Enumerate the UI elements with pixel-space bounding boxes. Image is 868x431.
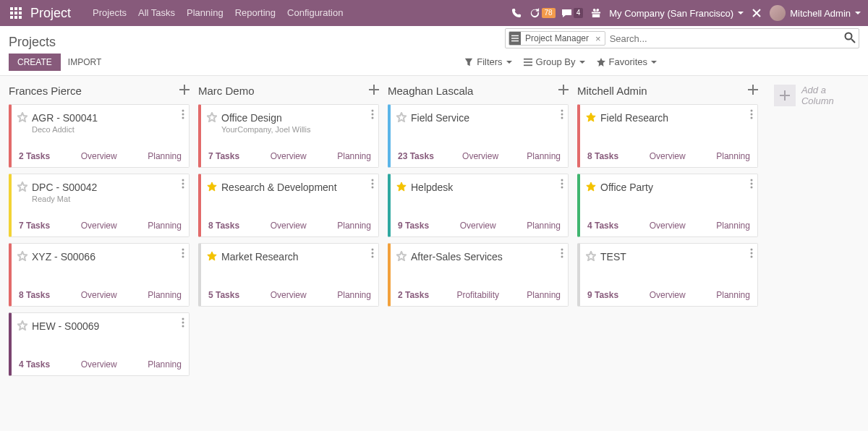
card-menu-icon[interactable] — [561, 109, 563, 121]
nav-all-tasks[interactable]: All Tasks — [132, 0, 181, 26]
import-button[interactable]: IMPORT — [68, 57, 101, 67]
card-tasks-link[interactable]: 2 Tasks — [19, 151, 50, 161]
card-tasks-link[interactable]: 7 Tasks — [19, 221, 50, 231]
quick-create-icon[interactable] — [558, 85, 569, 97]
card-link-planning[interactable]: Planning — [148, 151, 182, 161]
card-menu-icon[interactable] — [182, 109, 184, 121]
project-card[interactable]: HEW - S00069 4 Tasks Overview Planning — [9, 312, 190, 376]
column-title[interactable]: Frances Pierce — [9, 85, 82, 97]
card-title[interactable]: HEW - S00069 — [32, 320, 182, 332]
create-button[interactable]: CREATE — [9, 54, 61, 71]
filters-menu[interactable]: Filters — [464, 56, 511, 67]
favorite-star-icon[interactable] — [17, 182, 27, 194]
column-title[interactable]: Meaghan Lascala — [388, 85, 473, 97]
card-link-planning[interactable]: Planning — [716, 151, 750, 161]
favorite-star-icon[interactable] — [396, 251, 407, 263]
facet-remove-icon[interactable]: × — [592, 33, 605, 44]
card-link-overview[interactable]: Overview — [81, 290, 117, 300]
project-card[interactable]: AGR - S00041 Deco Addict 2 Tasks Overvie… — [9, 104, 190, 168]
favorite-star-icon[interactable] — [586, 251, 596, 263]
card-tasks-link[interactable]: 9 Tasks — [587, 290, 618, 300]
card-link-planning[interactable]: Planning — [337, 290, 371, 300]
quick-create-icon[interactable] — [369, 85, 379, 97]
card-link-overview[interactable]: Overview — [81, 221, 117, 231]
card-menu-icon[interactable] — [371, 248, 374, 260]
card-menu-icon[interactable] — [371, 109, 374, 121]
card-tasks-link[interactable]: 8 Tasks — [19, 290, 50, 300]
groupby-menu[interactable]: Group By — [524, 56, 585, 67]
favorite-star-icon[interactable] — [17, 112, 27, 124]
search-icon[interactable] — [844, 32, 856, 46]
project-card[interactable]: After-Sales Services 2 Tasks Profitabili… — [388, 243, 569, 307]
activities-tray[interactable]: 78 — [529, 8, 556, 19]
card-link-planning[interactable]: Planning — [527, 290, 561, 300]
card-tasks-link[interactable]: 4 Tasks — [587, 221, 618, 231]
card-link-planning[interactable]: Planning — [527, 151, 561, 161]
favorite-star-icon[interactable] — [17, 251, 27, 263]
gift-icon[interactable] — [589, 0, 603, 26]
card-menu-icon[interactable] — [750, 248, 753, 260]
card-link-overview[interactable]: Overview — [650, 290, 686, 300]
search-bar[interactable]: Project Manager × — [505, 28, 859, 48]
favorite-star-icon[interactable] — [207, 182, 217, 194]
card-menu-icon[interactable] — [371, 179, 374, 191]
project-card[interactable]: Field Research 8 Tasks Overview Planning — [577, 104, 758, 168]
card-link-overview[interactable]: Overview — [271, 151, 307, 161]
company-switcher[interactable]: My Company (San Francisco) — [609, 8, 744, 19]
project-card[interactable]: Office Party 4 Tasks Overview Planning — [577, 174, 758, 237]
project-card[interactable]: Research & Development 8 Tasks Overview … — [198, 174, 379, 237]
card-link-planning[interactable]: Planning — [148, 359, 182, 370]
favorites-menu[interactable]: Favorites — [597, 56, 657, 67]
nav-configuration[interactable]: Configuration — [281, 0, 349, 26]
nav-planning[interactable]: Planning — [181, 0, 229, 26]
card-tasks-link[interactable]: 5 Tasks — [208, 290, 239, 300]
favorite-star-icon[interactable] — [207, 112, 217, 124]
card-link-planning[interactable]: Planning — [716, 221, 750, 231]
card-tasks-link[interactable]: 8 Tasks — [587, 151, 618, 161]
card-tasks-link[interactable]: 8 Tasks — [208, 221, 239, 231]
card-tasks-link[interactable]: 2 Tasks — [398, 290, 429, 300]
card-title[interactable]: After-Sales Services — [411, 251, 561, 263]
card-link-profitability[interactable]: Profitability — [456, 290, 499, 300]
favorite-star-icon[interactable] — [396, 112, 407, 124]
project-card[interactable]: TEST 9 Tasks Overview Planning — [577, 243, 758, 307]
card-menu-icon[interactable] — [182, 317, 184, 330]
card-link-overview[interactable]: Overview — [271, 290, 307, 300]
column-title[interactable]: Marc Demo — [198, 85, 255, 97]
user-menu[interactable]: Mitchell Admin — [770, 5, 861, 21]
card-title[interactable]: Helpdesk — [411, 182, 561, 193]
card-link-planning[interactable]: Planning — [148, 221, 182, 231]
card-title[interactable]: Field Research — [600, 112, 750, 124]
card-link-planning[interactable]: Planning — [337, 151, 371, 161]
card-title[interactable]: XYZ - S00066 — [32, 251, 182, 263]
add-column-button[interactable] — [774, 85, 796, 106]
debug-close-icon[interactable] — [749, 0, 764, 26]
favorite-star-icon[interactable] — [586, 112, 596, 124]
project-card[interactable]: Field Service 23 Tasks Overview Planning — [388, 104, 569, 168]
apps-icon[interactable] — [6, 7, 26, 19]
card-menu-icon[interactable] — [561, 248, 563, 260]
card-menu-icon[interactable] — [750, 109, 753, 121]
card-menu-icon[interactable] — [182, 179, 184, 191]
card-title[interactable]: AGR - S00041 — [32, 112, 182, 124]
card-title[interactable]: DPC - S00042 — [32, 182, 182, 193]
project-card[interactable]: Market Research 5 Tasks Overview Plannin… — [198, 243, 379, 307]
card-link-overview[interactable]: Overview — [650, 151, 686, 161]
card-title[interactable]: Field Service — [411, 112, 561, 124]
project-card[interactable]: XYZ - S00066 8 Tasks Overview Planning — [9, 243, 190, 307]
card-title[interactable]: Office Design — [221, 112, 371, 124]
card-title[interactable]: Office Party — [600, 182, 750, 193]
card-title[interactable]: TEST — [600, 251, 750, 263]
card-link-planning[interactable]: Planning — [527, 221, 561, 231]
messages-tray[interactable]: 4 — [561, 8, 584, 19]
card-tasks-link[interactable]: 4 Tasks — [19, 359, 50, 370]
card-link-overview[interactable]: Overview — [650, 221, 686, 231]
card-link-planning[interactable]: Planning — [337, 221, 371, 231]
column-title[interactable]: Mitchell Admin — [577, 85, 647, 97]
card-title[interactable]: Research & Development — [221, 182, 371, 193]
search-input[interactable] — [610, 30, 859, 47]
nav-projects[interactable]: Projects — [87, 0, 132, 26]
nav-reporting[interactable]: Reporting — [229, 0, 281, 26]
favorite-star-icon[interactable] — [396, 182, 407, 194]
favorite-star-icon[interactable] — [17, 320, 27, 333]
